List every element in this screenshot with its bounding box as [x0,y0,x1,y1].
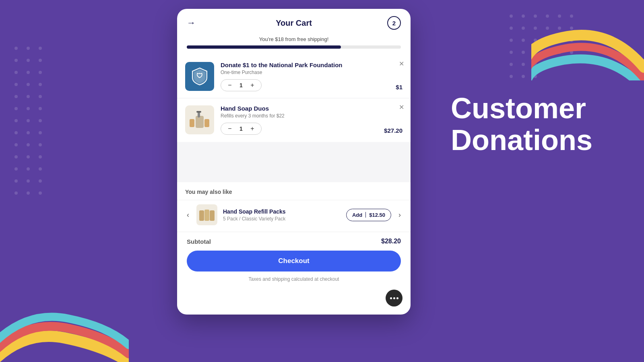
svg-point-42 [546,14,549,18]
cart-items-container: 🛡 Donate $1 to the National Park Foundat… [177,55,411,141]
svg-point-2 [39,47,42,50]
donation-item-remove[interactable]: ✕ [399,61,404,67]
cart-modal: → Your Cart 2 You're $18 from free shipp… [177,9,411,315]
add-button-price: $12.50 [369,212,385,218]
ribbon-bottom-left [0,257,129,362]
donation-qty-increase[interactable]: + [248,81,256,89]
soap-duos-quantity-control: − 1 + [221,123,262,135]
svg-point-13 [27,95,30,98]
svg-point-56 [570,39,573,42]
shipping-progress: You're $18 from free shipping! [177,36,411,55]
promo-text: Customer Donations [451,93,620,156]
svg-rect-78 [204,210,209,221]
cart-footer: Subtotal $28.20 Checkout Taxes and shipp… [177,232,411,288]
svg-point-51 [510,39,513,42]
soap-duos-item-image [185,105,214,134]
svg-point-48 [546,27,549,30]
svg-point-14 [39,95,42,98]
svg-point-39 [510,14,513,18]
svg-point-3 [14,59,18,62]
soap-duos-item-details: Hand Soap Duos Refills every 3 months fo… [221,105,378,135]
svg-point-38 [39,191,42,195]
donation-item-price: $1 [396,84,402,91]
shipping-text: You're $18 from free shipping! [187,36,401,42]
soap-duos-item-price: $27.20 [384,127,402,135]
svg-point-37 [27,191,30,195]
add-button-label: Add [352,212,362,218]
also-like-title: You may also like [177,189,411,200]
donation-item-image: 🛡 [185,62,214,91]
shield-icon: 🛡 [192,67,208,86]
svg-point-63 [510,63,513,66]
svg-point-46 [522,27,525,30]
svg-point-20 [39,119,42,122]
svg-point-54 [546,39,549,42]
cart-item-soap-duos: Hand Soap Duos Refills every 3 months fo… [177,99,411,141]
svg-point-8 [39,71,42,74]
svg-point-27 [14,155,18,158]
subtotal-row: Subtotal $28.20 [187,238,401,245]
cart-item-donation: 🛡 Donate $1 to the National Park Foundat… [177,55,411,98]
checkout-button[interactable]: Checkout [187,251,401,272]
svg-point-29 [39,155,42,158]
svg-point-32 [39,167,42,171]
tax-note: Taxes and shipping calculated at checkou… [187,276,401,288]
cart-count-badge: 2 [387,16,401,30]
svg-rect-72 [196,116,204,128]
also-like-next-button[interactable]: › [397,211,402,219]
soap-duos-qty-decrease[interactable]: − [226,125,234,133]
svg-point-64 [522,63,525,66]
svg-point-44 [570,14,573,18]
svg-point-28 [27,155,30,158]
svg-point-0 [14,47,18,50]
add-button-divider [365,212,366,218]
also-like-add-button[interactable]: Add $12.50 [346,209,391,221]
svg-point-33 [14,179,18,183]
svg-rect-73 [198,112,200,117]
also-like-product-details: Hand Soap Refill Packs 5 Pack / Classic … [223,208,341,222]
donation-qty-decrease[interactable]: − [226,81,234,89]
svg-point-41 [534,14,537,18]
back-button[interactable]: → [187,18,196,28]
cart-spacer [177,142,411,182]
also-like-product-variant: 5 Pack / Classic Variety Pack [223,216,341,222]
svg-point-12 [14,95,18,98]
svg-point-31 [27,167,30,171]
svg-point-6 [14,71,18,74]
svg-point-24 [14,143,18,146]
svg-point-61 [558,51,561,54]
cart-title: Your Cart [276,19,312,28]
svg-point-45 [510,27,513,30]
dots-left [8,40,89,282]
progress-bar-fill [187,45,341,49]
soap-duos-icon [188,108,212,132]
svg-point-16 [27,107,30,110]
svg-point-9 [14,83,18,86]
svg-point-40 [522,14,525,18]
soap-duos-item-name: Hand Soap Duos [221,105,378,112]
svg-point-21 [14,131,18,134]
svg-point-53 [534,39,537,42]
fab-button[interactable] [386,290,402,306]
svg-point-4 [27,59,30,62]
svg-point-68 [522,75,525,78]
also-like-prev-button[interactable]: ‹ [185,211,191,219]
svg-rect-79 [210,210,215,221]
soap-duos-qty-increase[interactable]: + [248,125,256,133]
soap-duos-item-subtitle: Refills every 3 months for $22 [221,113,378,119]
also-like-section: You may also like ‹ Hand Soap Refill Pac… [177,182,411,232]
svg-point-49 [558,27,561,30]
fab-dot-1 [390,297,392,299]
svg-point-1 [27,47,30,50]
svg-rect-77 [199,210,204,221]
svg-point-47 [534,27,537,30]
soap-duos-item-remove[interactable]: ✕ [399,104,404,111]
svg-point-5 [39,59,42,62]
svg-point-23 [39,131,42,134]
cart-header: → Your Cart 2 [177,9,411,36]
svg-point-67 [510,75,513,78]
svg-point-36 [14,191,18,195]
svg-rect-74 [196,111,201,113]
also-like-product-name: Hand Soap Refill Packs [223,208,341,215]
svg-rect-76 [204,119,209,127]
